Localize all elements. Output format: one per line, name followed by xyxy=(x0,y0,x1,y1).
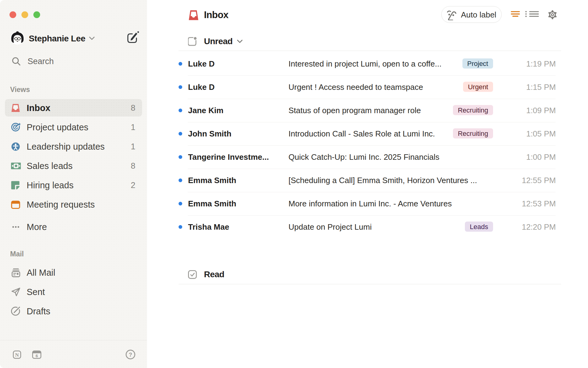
svg-text:?: ? xyxy=(129,352,132,358)
svg-text:N: N xyxy=(15,352,19,358)
svg-text:6: 6 xyxy=(36,354,38,358)
